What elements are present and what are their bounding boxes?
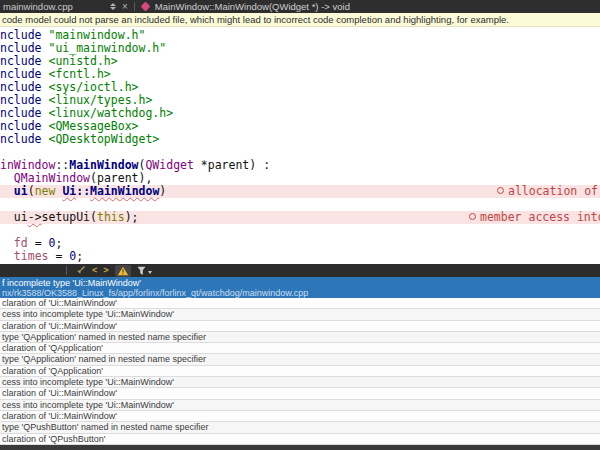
- error-circle-icon: [497, 187, 504, 194]
- issue-message: f incomplete type 'Ui::MainWindow': [2, 278, 600, 288]
- issue-row[interactable]: claration of 'Ui::MainWindow': [0, 321, 600, 332]
- warning-message: code model could not parse an included f…: [2, 14, 509, 25]
- code-line[interactable]: fd = 0;: [0, 237, 600, 250]
- separator: [134, 2, 135, 11]
- issue-row[interactable]: claration of 'Ui::MainWindow': [0, 411, 600, 422]
- issue-row[interactable]: type 'QPushButton' named in nested name …: [0, 422, 600, 433]
- inline-error-annotation: member access into i: [469, 211, 600, 224]
- document-dropdown-icon[interactable]: [110, 3, 116, 10]
- function-symbol-icon: [140, 2, 150, 12]
- issue-row-selected[interactable]: f incomplete type 'Ui::MainWindow' nx/rk…: [0, 277, 600, 298]
- qt-creator-window: mainwindow.cpp × MainWindow::MainWindow(…: [0, 0, 600, 450]
- show-warnings-toggle[interactable]: [115, 265, 131, 277]
- issue-file-path: nx/rk3588/OK3588_Linux_fs/app/forlinx/fo…: [2, 288, 600, 298]
- clean-icon[interactable]: [75, 265, 86, 276]
- code-line[interactable]: nclude <QDesktopWidget>: [0, 133, 600, 146]
- issue-row[interactable]: type 'QApplication' named in nested name…: [0, 354, 600, 365]
- issue-row[interactable]: cess into incomplete type 'Ui::MainWindo…: [0, 377, 600, 388]
- issue-row[interactable]: claration of 'QPushButton': [0, 434, 600, 445]
- issue-row[interactable]: cess into incomplete type 'Ui::MainWindo…: [0, 400, 600, 411]
- issues-toolbar: < >: [0, 264, 600, 277]
- code-line[interactable]: [0, 224, 600, 237]
- filter-icon[interactable]: [137, 266, 152, 276]
- open-document-selector[interactable]: mainwindow.cpp: [0, 1, 107, 12]
- code-line[interactable]: times = 0;: [0, 250, 600, 263]
- symbol-selector[interactable]: MainWindow::MainWindow(QWidget *) -> voi…: [155, 1, 350, 12]
- chevron-up-icon: [110, 3, 116, 6]
- issue-row[interactable]: claration of 'Ui::MainWindow': [0, 298, 600, 309]
- editor-toolbar: mainwindow.cpp × MainWindow::MainWindow(…: [0, 0, 600, 13]
- inline-error-annotation: allocation of i: [497, 185, 600, 198]
- issue-row[interactable]: type 'QApplication' named in nested name…: [0, 332, 600, 343]
- error-circle-icon: [469, 213, 476, 220]
- filter-caret-icon: [148, 271, 152, 274]
- close-document-icon[interactable]: ×: [122, 1, 128, 12]
- issue-row[interactable]: claration of 'QApplication': [0, 366, 600, 377]
- bottom-bar: [0, 445, 600, 450]
- next-item-icon[interactable]: >: [103, 265, 108, 276]
- issue-row[interactable]: cess into incomplete type 'Ui::MainWindo…: [0, 309, 600, 320]
- separator: [66, 266, 67, 275]
- code-editor[interactable]: nclude "mainwindow.h"nclude "ui_mainwind…: [0, 27, 600, 264]
- code-line[interactable]: ui->setupUi(this);member access into i: [0, 211, 600, 224]
- previous-item-icon[interactable]: <: [92, 265, 97, 276]
- code-model-warning-bar: code model could not parse an included f…: [0, 13, 600, 27]
- issues-list: f incomplete type 'Ui::MainWindow' nx/rk…: [0, 277, 600, 445]
- issue-row[interactable]: claration of 'Ui::MainWindow': [0, 388, 600, 399]
- chevron-down-icon: [110, 7, 116, 10]
- warning-icon: [117, 266, 129, 276]
- code-line[interactable]: ui(new Ui::MainWindow)allocation of i: [0, 185, 600, 198]
- issue-row[interactable]: claration of 'QApplication': [0, 343, 600, 354]
